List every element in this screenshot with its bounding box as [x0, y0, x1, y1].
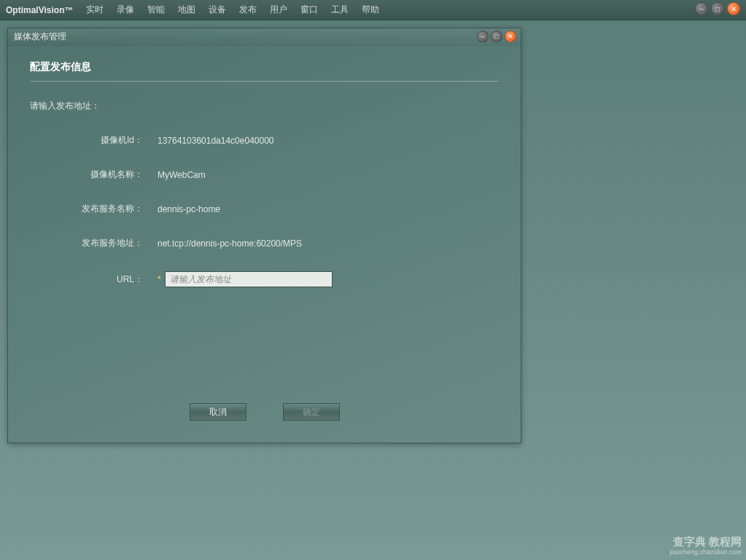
- menu-record[interactable]: 录像: [117, 4, 134, 16]
- menu-map[interactable]: 地图: [178, 4, 195, 16]
- label-camera-name: 摄像机名称：: [52, 168, 158, 181]
- menu-realtime[interactable]: 实时: [86, 4, 104, 16]
- menu-tools[interactable]: 工具: [331, 4, 349, 16]
- row-service-address: 发布服务地址： net.tcp://dennis-pc-home:60200/M…: [52, 237, 499, 249]
- dialog-maximize-icon[interactable]: □: [491, 31, 502, 42]
- required-mark: *: [158, 274, 161, 284]
- main-window-controls: ─ □ ✕: [695, 2, 740, 15]
- value-camera-id: 13764103601da14c0e040000: [158, 136, 274, 146]
- dialog-body: 配置发布信息 请输入发布地址： 摄像机Id： 13764103601da14c0…: [8, 46, 521, 443]
- value-camera-name: MyWebCam: [158, 170, 206, 180]
- minimize-icon[interactable]: ─: [695, 2, 708, 15]
- app-brand: OptimalVision™: [6, 5, 73, 15]
- label-service-address: 发布服务地址：: [52, 237, 158, 249]
- row-url: URL： *: [52, 271, 499, 287]
- cancel-button[interactable]: 取消: [190, 403, 246, 421]
- form-rows: 摄像机Id： 13764103601da14c0e040000 摄像机名称： M…: [30, 134, 499, 287]
- menu-publish[interactable]: 发布: [239, 4, 257, 16]
- label-camera-id: 摄像机Id：: [52, 134, 158, 147]
- menu-device[interactable]: 设备: [209, 4, 226, 16]
- menu-bar: OptimalVision™ 实时 录像 智能 地图 设备 发布 用户 窗口 工…: [0, 0, 746, 20]
- value-service-name: dennis-pc-home: [158, 204, 220, 214]
- content-area: 媒体发布管理 ─ □ ✕ 配置发布信息 请输入发布地址： 摄像机Id： 1376…: [0, 20, 746, 560]
- watermark: 查字典 教程网 jiaocheng.chazidian.com: [669, 534, 742, 557]
- row-service-name: 发布服务名称： dennis-pc-home: [52, 203, 499, 215]
- close-icon[interactable]: ✕: [727, 2, 740, 15]
- label-url: URL：: [52, 273, 158, 286]
- dialog-title: 媒体发布管理: [14, 31, 66, 43]
- menu-user[interactable]: 用户: [270, 4, 287, 16]
- dialog-minimize-icon[interactable]: ─: [477, 31, 489, 42]
- dialog-window-controls: ─ □ ✕: [477, 31, 516, 42]
- menu-window[interactable]: 窗口: [300, 4, 318, 16]
- section-heading: 配置发布信息: [30, 61, 499, 82]
- dialog-close-icon[interactable]: ✕: [505, 31, 516, 42]
- dialog-titlebar[interactable]: 媒体发布管理 ─ □ ✕: [8, 28, 521, 46]
- row-camera-id: 摄像机Id： 13764103601da14c0e040000: [52, 134, 499, 147]
- menu-intelligent[interactable]: 智能: [147, 4, 165, 16]
- maximize-icon[interactable]: □: [711, 2, 724, 15]
- publish-dialog: 媒体发布管理 ─ □ ✕ 配置发布信息 请输入发布地址： 摄像机Id： 1376…: [7, 28, 521, 443]
- menu-help[interactable]: 帮助: [362, 4, 379, 16]
- ok-button[interactable]: 确定: [283, 403, 340, 421]
- label-service-name: 发布服务名称：: [52, 203, 158, 215]
- watermark-main: 查字典 教程网: [669, 534, 742, 549]
- row-camera-name: 摄像机名称： MyWebCam: [52, 168, 499, 181]
- value-service-address: net.tcp://dennis-pc-home:60200/MPS: [158, 238, 302, 249]
- main-window: OptimalVision™ 实时 录像 智能 地图 设备 发布 用户 窗口 工…: [0, 0, 746, 560]
- watermark-sub: jiaocheng.chazidian.com: [669, 548, 742, 557]
- prompt-text: 请输入发布地址：: [30, 100, 499, 112]
- menu-items: 实时 录像 智能 地图 设备 发布 用户 窗口 工具 帮助: [86, 4, 379, 16]
- dialog-buttons: 取消 确定: [30, 403, 499, 432]
- url-input[interactable]: [165, 271, 333, 287]
